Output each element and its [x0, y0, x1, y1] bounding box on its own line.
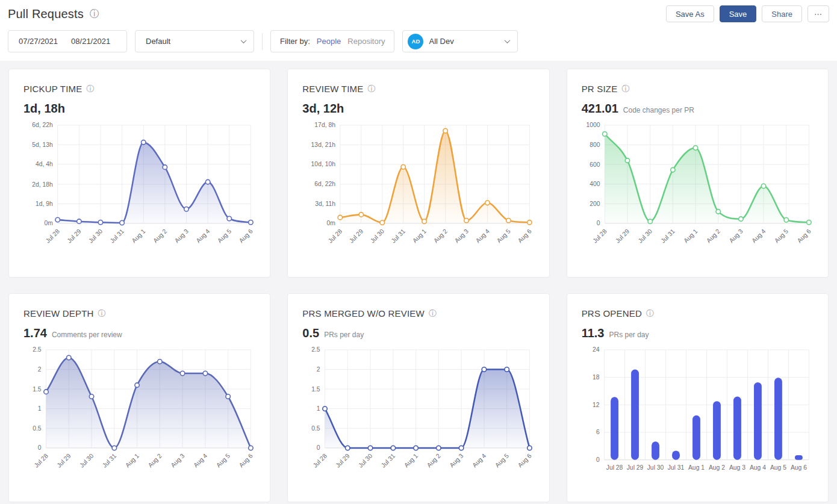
svg-text:Aug 1: Aug 1: [682, 228, 699, 244]
date-range-picker[interactable]: 07/27/2021 08/21/2021: [8, 30, 127, 52]
svg-text:Aug 4: Aug 4: [192, 452, 208, 468]
svg-text:3d, 11h: 3d, 11h: [315, 201, 335, 207]
dashboard-grid: PICKUP TIME ⓘ 1d, 18h 0m1d, 9h2d, 18h4d,…: [0, 61, 837, 502]
svg-text:Aug 1: Aug 1: [131, 228, 147, 244]
svg-text:Jul 30: Jul 30: [78, 452, 95, 468]
info-icon[interactable]: ⓘ: [646, 310, 654, 317]
svg-text:1.5: 1.5: [312, 386, 321, 393]
pickup-time-chart: 0m1d, 9h2d, 18h4d, 4h5d, 13h6d, 22hJul 2…: [23, 120, 255, 257]
metric-value: 1d, 18h: [23, 102, 65, 116]
page-header: Pull Requests ⓘ Save As Save Share ⋯ 07/…: [0, 0, 837, 61]
save-as-button[interactable]: Save As: [666, 5, 714, 22]
svg-text:Aug 4: Aug 4: [195, 228, 211, 244]
svg-text:Aug 2: Aug 2: [147, 452, 163, 468]
svg-text:2.5: 2.5: [33, 346, 42, 353]
svg-text:2.5: 2.5: [312, 346, 321, 353]
metric-card-pickup-time: PICKUP TIME ⓘ 1d, 18h 0m1d, 9h2d, 18h4d,…: [8, 69, 270, 278]
svg-text:Aug 3: Aug 3: [729, 464, 745, 471]
svg-text:2: 2: [317, 366, 320, 373]
svg-text:0.5: 0.5: [312, 425, 321, 432]
card-title: REVIEW DEPTH: [23, 308, 94, 319]
metric-value: 11.3: [582, 326, 605, 340]
svg-text:Aug 4: Aug 4: [471, 452, 488, 468]
svg-text:Aug 1: Aug 1: [124, 452, 140, 468]
metric-card-prs-merged-wo-review: PRS MERGED W/O REVIEW ⓘ 0.5 PRs per day …: [287, 293, 549, 502]
filter-bar: 07/27/2021 08/21/2021 Default Filter by:…: [8, 30, 829, 52]
svg-text:Jul 31: Jul 31: [390, 228, 406, 244]
preset-dropdown[interactable]: Default: [135, 30, 254, 52]
svg-text:Jul 28: Jul 28: [312, 452, 328, 468]
filter-people-toggle[interactable]: People: [317, 37, 341, 46]
save-button[interactable]: Save: [720, 5, 757, 22]
info-icon[interactable]: ⓘ: [429, 310, 437, 317]
filter-repository-toggle[interactable]: Repository: [347, 37, 385, 46]
svg-text:Jul 28: Jul 28: [591, 228, 608, 244]
review-time-chart: 0m3d, 11h6d, 22h10d, 10h13d, 21h17d, 8hJ…: [302, 120, 534, 257]
svg-text:Aug 1: Aug 1: [403, 452, 419, 468]
prs-merged-wo-review-chart: 00.511.522.5Jul 28Jul 29Jul 30Jul 31Aug …: [302, 345, 534, 482]
svg-text:Jul 31: Jul 31: [101, 452, 117, 468]
svg-text:0: 0: [317, 444, 320, 451]
svg-text:Jul 30: Jul 30: [369, 228, 385, 244]
card-title: PRS OPENED: [582, 308, 642, 319]
metric-unit: PRs per day: [324, 331, 364, 339]
metric-value: 3d, 12h: [302, 102, 344, 116]
svg-text:Jul 28: Jul 28: [33, 452, 49, 468]
filter-by-group: Filter by: People Repository: [270, 30, 394, 52]
more-options-button[interactable]: ⋯: [807, 5, 829, 22]
svg-text:0m: 0m: [44, 220, 52, 226]
svg-text:0: 0: [38, 444, 42, 451]
card-title: PR SIZE: [582, 84, 618, 94]
team-dropdown[interactable]: AD All Dev: [402, 30, 518, 52]
chevron-down-icon: [241, 37, 247, 43]
svg-text:200: 200: [590, 201, 600, 207]
info-icon[interactable]: ⓘ: [367, 85, 375, 93]
svg-text:24: 24: [593, 346, 600, 353]
metric-unit: Code changes per PR: [623, 106, 694, 114]
svg-text:13d, 21h: 13d, 21h: [311, 142, 336, 148]
svg-text:Aug 4: Aug 4: [750, 228, 767, 244]
svg-text:Jul 28: Jul 28: [606, 464, 623, 471]
info-icon[interactable]: ⓘ: [90, 9, 99, 19]
share-button[interactable]: Share: [762, 5, 802, 22]
svg-text:Jul 30: Jul 30: [647, 464, 664, 471]
svg-text:Jul 29: Jul 29: [614, 228, 630, 244]
svg-text:5d, 13h: 5d, 13h: [32, 142, 53, 148]
team-avatar: AD: [408, 34, 423, 49]
review-depth-chart: 00.511.522.5Jul 28Jul 29Jul 30Jul 31Aug …: [23, 345, 255, 482]
svg-text:Aug 2: Aug 2: [426, 452, 442, 468]
info-icon[interactable]: ⓘ: [87, 85, 95, 93]
svg-text:Aug 3: Aug 3: [453, 228, 470, 244]
metric-unit: PRs per day: [609, 331, 649, 339]
info-icon[interactable]: ⓘ: [98, 310, 106, 317]
svg-text:Jul 28: Jul 28: [327, 228, 343, 244]
svg-text:Jul 30: Jul 30: [636, 228, 653, 244]
svg-text:1d, 9h: 1d, 9h: [36, 201, 53, 207]
svg-text:Jul 30: Jul 30: [357, 452, 373, 468]
svg-text:1.5: 1.5: [33, 386, 42, 393]
team-name: All Dev: [429, 37, 453, 46]
metric-value: 0.5: [302, 326, 319, 340]
svg-text:Aug 2: Aug 2: [432, 228, 449, 244]
svg-text:Jul 29: Jul 29: [55, 452, 72, 468]
divider: [262, 33, 263, 50]
svg-text:Aug 5: Aug 5: [773, 228, 789, 244]
svg-text:Aug 6: Aug 6: [238, 452, 254, 468]
svg-text:Jul 29: Jul 29: [335, 452, 351, 468]
card-title: PRS MERGED W/O REVIEW: [302, 308, 425, 319]
metric-card-review-depth: REVIEW DEPTH ⓘ 1.74 Comments per review …: [8, 293, 270, 502]
metric-card-pr-size: PR SIZE ⓘ 421.01 Code changes per PR 020…: [567, 69, 829, 278]
date-to-value[interactable]: 08/21/2021: [71, 37, 110, 46]
svg-text:Aug 2: Aug 2: [152, 228, 168, 244]
svg-text:Jul 31: Jul 31: [109, 228, 125, 244]
svg-text:6d, 22h: 6d, 22h: [315, 181, 336, 187]
svg-text:Aug 6: Aug 6: [517, 228, 533, 244]
date-from-value[interactable]: 07/27/2021: [19, 37, 58, 46]
chevron-down-icon: [505, 37, 511, 43]
info-icon[interactable]: ⓘ: [621, 85, 629, 93]
svg-text:18: 18: [593, 374, 600, 381]
svg-text:Jul 31: Jul 31: [667, 464, 684, 471]
svg-text:800: 800: [590, 142, 600, 148]
svg-text:10d, 10h: 10d, 10h: [311, 161, 336, 167]
svg-text:Aug 6: Aug 6: [791, 464, 807, 471]
